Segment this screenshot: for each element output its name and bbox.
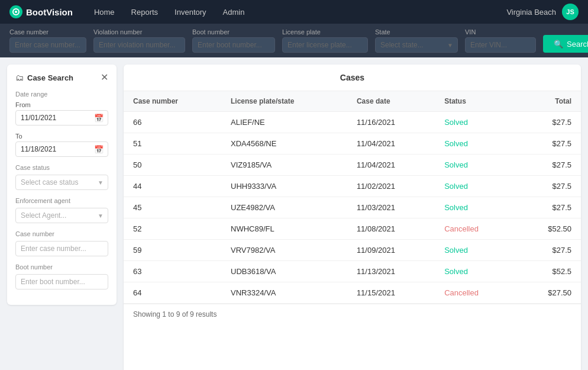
cell-status: Cancelled <box>435 218 516 240</box>
sidebar-boot-number-label: Boot number <box>15 263 108 271</box>
to-date-input[interactable] <box>15 141 108 157</box>
enforcement-agent-select[interactable]: Select Agent... <box>15 208 108 223</box>
violation-number-label: Violation number <box>93 28 185 36</box>
to-date-wrap: 📅 <box>15 141 108 157</box>
agent-select-wrap: Select Agent... ▼ <box>15 208 108 223</box>
table-row[interactable]: 45 UZE4982/VA 11/03/2021 Solved $27.5 <box>124 197 581 218</box>
case-status-label: Case status <box>15 164 108 171</box>
cell-status: Solved <box>435 155 516 176</box>
cases-panel: Cases Case number License plate/state Ca… <box>124 65 581 370</box>
cell-case-number: 51 <box>124 133 221 155</box>
vin-group: VIN <box>465 28 536 53</box>
cases-table: Case number License plate/state Case dat… <box>124 91 581 304</box>
col-case-date: Case date <box>347 91 435 112</box>
cases-footer: Showing 1 to 9 of 9 results <box>124 304 581 324</box>
table-row[interactable]: 59 VRV7982/VA 11/09/2021 Solved $27.5 <box>124 240 581 261</box>
cell-case-number: 59 <box>124 240 221 261</box>
cases-table-head: Case number License plate/state Case dat… <box>124 91 581 112</box>
cell-case-date: 11/04/2021 <box>347 133 435 155</box>
cell-total: $27.5 <box>516 176 581 197</box>
state-select[interactable]: Select state... VA NE FL <box>375 37 458 53</box>
from-label: From <box>15 101 108 108</box>
cell-status: Solved <box>435 261 516 282</box>
case-status-select[interactable]: Select case status Solved Cancelled <box>15 175 108 190</box>
table-row[interactable]: 44 UHH9333/VA 11/02/2021 Solved $27.5 <box>124 176 581 197</box>
nav-home[interactable]: Home <box>87 3 122 21</box>
boot-number-group: Boot number <box>192 28 275 53</box>
sidebar-title: Case Search <box>27 73 73 82</box>
license-plate-group: License plate <box>282 28 368 53</box>
cell-status: Solved <box>435 176 516 197</box>
to-date-section: To 📅 <box>15 133 108 157</box>
case-number-group: Case number <box>9 28 86 53</box>
cell-case-number: 63 <box>124 261 221 282</box>
brand-name: BootVision <box>26 7 73 17</box>
table-row[interactable]: 51 XDA4568/NE 11/04/2021 Solved $27.5 <box>124 133 581 155</box>
cell-case-date: 11/02/2021 <box>347 176 435 197</box>
cell-case-date: 11/03/2021 <box>347 197 435 218</box>
main-layout: 🗂 Case Search ✕ Date range From 📅 To 📅 C… <box>0 57 588 370</box>
cell-license-plate: XDA4568/NE <box>221 133 347 155</box>
sidebar-case-number-label: Case number <box>15 230 108 237</box>
cell-license-plate: VRV7982/VA <box>221 240 347 261</box>
sidebar-boot-number-input[interactable] <box>15 274 108 289</box>
boot-number-input[interactable] <box>192 37 275 53</box>
cell-total: $52.5 <box>516 261 581 282</box>
nav-admin[interactable]: Admin <box>216 3 252 21</box>
table-row[interactable]: 64 VNR3324/VA 11/15/2021 Cancelled $27.5… <box>124 282 581 304</box>
col-license-plate: License plate/state <box>221 91 347 112</box>
brand: BootVision <box>9 5 73 18</box>
table-row[interactable]: 66 ALIEF/NE 11/16/2021 Solved $27.5 <box>124 112 581 133</box>
logo-icon <box>9 5 22 18</box>
cell-case-date: 11/09/2021 <box>347 240 435 261</box>
table-row[interactable]: 52 NWHC89/FL 11/08/2021 Cancelled $52.50 <box>124 218 581 240</box>
cell-license-plate: VIZ9185/VA <box>221 155 347 176</box>
cell-license-plate: UHH9333/VA <box>221 176 347 197</box>
sidebar-close-button[interactable]: ✕ <box>101 73 108 82</box>
violation-number-input[interactable] <box>93 37 185 53</box>
col-case-number: Case number <box>124 91 221 112</box>
license-plate-label: License plate <box>282 28 368 36</box>
to-label: To <box>15 133 108 140</box>
vin-label: VIN <box>465 28 536 36</box>
date-range-section: Date range From 📅 <box>15 91 108 126</box>
cell-total: $52.50 <box>516 218 581 240</box>
table-row[interactable]: 50 VIZ9185/VA 11/04/2021 Solved $27.5 <box>124 155 581 176</box>
sidebar-header: 🗂 Case Search ✕ <box>15 73 108 82</box>
cell-total: $27.5 <box>516 112 581 133</box>
case-status-select-wrap: Select case status Solved Cancelled ▼ <box>15 175 108 190</box>
cell-total: $27.5 <box>516 133 581 155</box>
col-status: Status <box>435 91 516 112</box>
sidebar-case-number-input[interactable] <box>15 241 108 256</box>
cases-table-body: 66 ALIEF/NE 11/16/2021 Solved $27.5 51 X… <box>124 112 581 304</box>
svg-point-1 <box>15 11 17 13</box>
nav-reports[interactable]: Reports <box>124 3 166 21</box>
filter-bar: Case number Violation number Boot number… <box>0 24 588 57</box>
cell-license-plate: NWHC89/FL <box>221 218 347 240</box>
search-button[interactable]: 🔍 Search <box>543 35 588 53</box>
cell-case-date: 11/13/2021 <box>347 261 435 282</box>
violation-number-group: Violation number <box>93 28 185 53</box>
nav-inventory[interactable]: Inventory <box>167 3 213 21</box>
search-icon: 🔍 <box>554 40 563 49</box>
cell-case-number: 52 <box>124 218 221 240</box>
cell-case-date: 11/04/2021 <box>347 155 435 176</box>
from-date-input[interactable] <box>15 110 108 126</box>
cell-case-date: 11/08/2021 <box>347 218 435 240</box>
cell-total: $27.5 <box>516 197 581 218</box>
sidebar-title-row: 🗂 Case Search <box>15 73 73 82</box>
sidebar: 🗂 Case Search ✕ Date range From 📅 To 📅 C… <box>7 65 117 305</box>
cell-case-date: 11/15/2021 <box>347 282 435 304</box>
cell-status: Solved <box>435 240 516 261</box>
vin-input[interactable] <box>465 37 536 53</box>
cell-license-plate: UZE4982/VA <box>221 197 347 218</box>
case-number-input[interactable] <box>9 37 86 53</box>
license-plate-input[interactable] <box>282 37 368 53</box>
state-select-wrap: Select state... VA NE FL ▼ <box>375 37 458 53</box>
cell-status: Solved <box>435 133 516 155</box>
navbar-city: Virginia Beach <box>506 8 556 17</box>
cell-license-plate: VNR3324/VA <box>221 282 347 304</box>
boot-number-label: Boot number <box>192 28 275 36</box>
from-date-wrap: 📅 <box>15 110 108 126</box>
table-row[interactable]: 63 UDB3618/VA 11/13/2021 Solved $52.5 <box>124 261 581 282</box>
